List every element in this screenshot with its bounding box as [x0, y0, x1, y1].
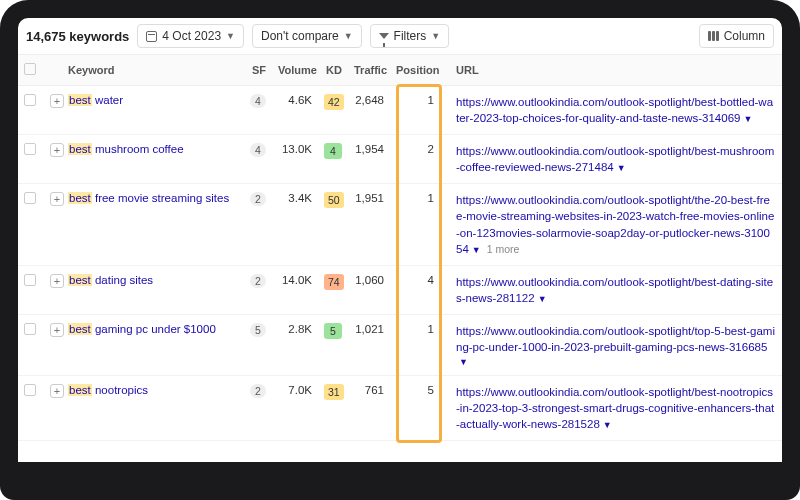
keyword-text: free movie streaming sites	[92, 192, 229, 204]
sf-badge: 5	[250, 323, 266, 337]
toolbar: 14,675 keywords 4 Oct 2023 ▼ Don't compa…	[18, 18, 782, 55]
col-position[interactable]: Position	[390, 55, 440, 86]
volume-cell: 13.0K	[272, 135, 318, 184]
volume-cell: 14.0K	[272, 265, 318, 314]
expand-button[interactable]: +	[50, 143, 64, 157]
row-checkbox[interactable]	[24, 384, 36, 396]
columns-label: Column	[724, 29, 765, 43]
calendar-icon	[146, 31, 157, 42]
table-row: +best dating sites214.0K741,0604https://…	[18, 265, 782, 314]
volume-cell: 4.6K	[272, 86, 318, 135]
expand-button[interactable]: +	[50, 323, 64, 337]
kd-badge: 42	[324, 94, 344, 110]
keyword-highlight: best	[68, 384, 92, 396]
url-dropdown-icon[interactable]: ▼	[743, 114, 752, 124]
traffic-cell: 2,648	[348, 86, 390, 135]
columns-button[interactable]: Column	[699, 24, 774, 48]
position-cell: 1	[390, 314, 440, 375]
sf-badge: 2	[250, 274, 266, 288]
laptop-notch	[345, 0, 455, 18]
row-checkbox[interactable]	[24, 323, 36, 335]
traffic-cell: 761	[348, 376, 390, 441]
expand-button[interactable]: +	[50, 192, 64, 206]
keyword-text: water	[92, 94, 123, 106]
kd-badge: 31	[324, 384, 344, 400]
chevron-down-icon: ▼	[226, 31, 235, 41]
keyword-link[interactable]: best free movie streaming sites	[68, 192, 229, 204]
url-dropdown-icon[interactable]: ▼	[459, 357, 468, 367]
position-cell: 5	[390, 376, 440, 441]
keyword-text: nootropics	[92, 384, 148, 396]
filter-icon	[379, 33, 389, 39]
sf-badge: 4	[250, 143, 266, 157]
keywords-table: Keyword SF Volume KD Traffic Position UR…	[18, 55, 782, 441]
url-dropdown-icon[interactable]: ▼	[617, 163, 626, 173]
kd-badge: 5	[324, 323, 342, 339]
laptop-frame: 14,675 keywords 4 Oct 2023 ▼ Don't compa…	[0, 0, 800, 500]
sf-badge: 2	[250, 192, 266, 206]
url-dropdown-icon[interactable]: ▼	[538, 294, 547, 304]
table-row: +best water44.6K422,6481https://www.outl…	[18, 86, 782, 135]
expand-button[interactable]: +	[50, 384, 64, 398]
position-cell: 1	[390, 86, 440, 135]
keyword-highlight: best	[68, 192, 92, 204]
kd-badge: 74	[324, 274, 344, 290]
keyword-highlight: best	[68, 143, 92, 155]
more-urls-label[interactable]: 1 more	[487, 243, 520, 255]
filters-button[interactable]: Filters ▼	[370, 24, 450, 48]
select-all-checkbox[interactable]	[24, 63, 36, 75]
url-link[interactable]: https://www.outlookindia.com/outlook-spo…	[456, 96, 773, 124]
position-cell: 2	[390, 135, 440, 184]
traffic-cell: 1,951	[348, 184, 390, 265]
keyword-highlight: best	[68, 94, 92, 106]
url-dropdown-icon[interactable]: ▼	[603, 420, 612, 430]
col-url[interactable]: URL	[450, 55, 782, 86]
col-volume[interactable]: Volume	[272, 55, 318, 86]
sf-badge: 2	[250, 384, 266, 398]
col-kd[interactable]: KD	[318, 55, 348, 86]
volume-cell: 3.4K	[272, 184, 318, 265]
url-link[interactable]: https://www.outlookindia.com/outlook-spo…	[456, 276, 773, 304]
screen: 14,675 keywords 4 Oct 2023 ▼ Don't compa…	[18, 18, 782, 462]
sf-badge: 4	[250, 94, 266, 108]
table-row: +best free movie streaming sites23.4K501…	[18, 184, 782, 265]
row-checkbox[interactable]	[24, 94, 36, 106]
keyword-text: dating sites	[92, 274, 153, 286]
keyword-text: mushroom coffee	[92, 143, 184, 155]
traffic-cell: 1,021	[348, 314, 390, 375]
keyword-link[interactable]: best mushroom coffee	[68, 143, 184, 155]
table-header-row: Keyword SF Volume KD Traffic Position UR…	[18, 55, 782, 86]
filters-label: Filters	[394, 29, 427, 43]
url-link[interactable]: https://www.outlookindia.com/outlook-spo…	[456, 145, 774, 173]
keyword-link[interactable]: best dating sites	[68, 274, 153, 286]
date-label: 4 Oct 2023	[162, 29, 221, 43]
expand-button[interactable]: +	[50, 274, 64, 288]
col-sf[interactable]: SF	[242, 55, 272, 86]
columns-icon	[708, 31, 719, 41]
row-checkbox[interactable]	[24, 192, 36, 204]
keyword-link[interactable]: best nootropics	[68, 384, 148, 396]
volume-cell: 7.0K	[272, 376, 318, 441]
url-link[interactable]: https://www.outlookindia.com/outlook-spo…	[456, 386, 774, 430]
keyword-highlight: best	[68, 323, 92, 335]
keyword-link[interactable]: best water	[68, 94, 123, 106]
col-keyword[interactable]: Keyword	[62, 55, 242, 86]
chevron-down-icon: ▼	[431, 31, 440, 41]
row-checkbox[interactable]	[24, 143, 36, 155]
keyword-text: gaming pc under $1000	[92, 323, 216, 335]
traffic-cell: 1,954	[348, 135, 390, 184]
date-picker-button[interactable]: 4 Oct 2023 ▼	[137, 24, 244, 48]
url-link[interactable]: https://www.outlookindia.com/outlook-spo…	[456, 325, 775, 353]
compare-label: Don't compare	[261, 29, 339, 43]
compare-button[interactable]: Don't compare ▼	[252, 24, 362, 48]
table-wrapper: Keyword SF Volume KD Traffic Position UR…	[18, 55, 782, 441]
keyword-highlight: best	[68, 274, 92, 286]
expand-button[interactable]: +	[50, 94, 64, 108]
table-row: +best mushroom coffee413.0K41,9542https:…	[18, 135, 782, 184]
keyword-link[interactable]: best gaming pc under $1000	[68, 323, 216, 335]
col-traffic[interactable]: Traffic	[348, 55, 390, 86]
traffic-cell: 1,060	[348, 265, 390, 314]
table-row: +best nootropics27.0K317615https://www.o…	[18, 376, 782, 441]
row-checkbox[interactable]	[24, 274, 36, 286]
url-dropdown-icon[interactable]: ▼	[472, 245, 481, 255]
